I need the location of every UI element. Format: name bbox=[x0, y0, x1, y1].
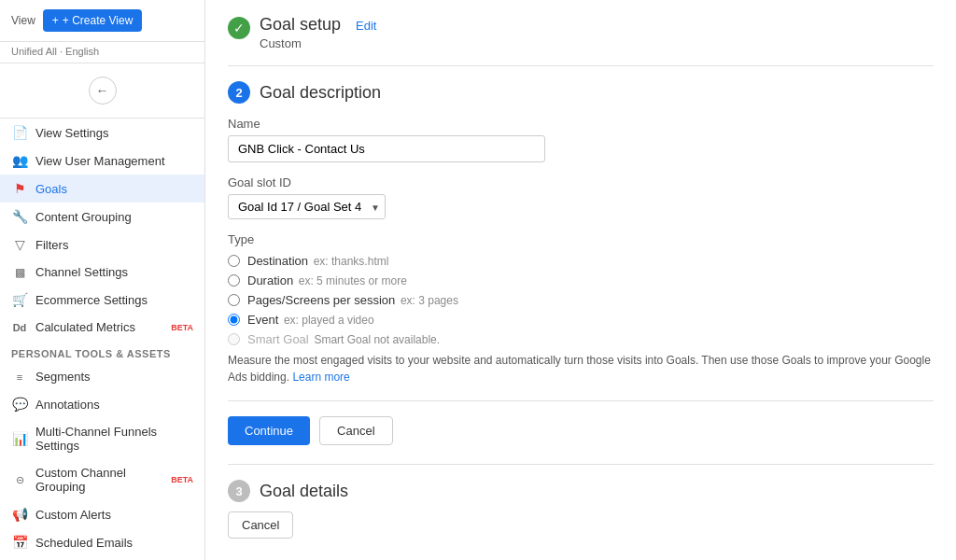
goal-setup-info: Goal setup Edit Custom bbox=[260, 15, 376, 50]
type-smart-goal: Smart Goal Smart Goal not available. bbox=[228, 332, 934, 346]
duration-radio[interactable] bbox=[228, 274, 240, 287]
sidebar-item-segments[interactable]: ≡ Segments bbox=[0, 363, 204, 390]
smart-goal-example: Smart Goal not available. bbox=[314, 333, 440, 346]
nav-items: 📄 View Settings 👥 View User Management ⚑… bbox=[0, 119, 204, 341]
sidebar-item-label: Custom Channel Grouping bbox=[35, 466, 162, 494]
pages-radio[interactable] bbox=[228, 294, 240, 306]
action-buttons: Continue Cancel bbox=[228, 416, 934, 445]
sidebar-item-content-grouping[interactable]: 🔧 Content Grouping bbox=[0, 203, 204, 231]
slot-label: Goal slot ID bbox=[228, 175, 934, 189]
edit-link[interactable]: Edit bbox=[356, 19, 376, 33]
type-field-group: Type Destination ex: thanks.html Duratio… bbox=[228, 232, 934, 385]
unified-label: Unified All · English bbox=[0, 42, 204, 63]
continue-button[interactable]: Continue bbox=[228, 416, 310, 445]
segments-icon: ≡ bbox=[11, 371, 28, 383]
sidebar-item-label: Segments bbox=[35, 370, 193, 384]
users-icon: 👥 bbox=[11, 153, 28, 168]
sidebar-item-label: Annotations bbox=[35, 398, 193, 412]
sidebar-item-label: Filters bbox=[35, 238, 193, 252]
sidebar-item-channel-settings[interactable]: ▩ Channel Settings bbox=[0, 259, 204, 286]
barchart-icon: 📊 bbox=[11, 431, 28, 446]
sidebar-item-label: Scheduled Emails bbox=[35, 536, 193, 550]
slot-field-group: Goal slot ID Goal Id 17 / Goal Set 4 ▼ bbox=[228, 175, 934, 219]
sidebar-item-custom-channel[interactable]: ⊝ Custom Channel Grouping BETA bbox=[0, 459, 204, 500]
step-2-circle: 2 bbox=[228, 81, 250, 104]
goal-setup-title: Goal setup bbox=[260, 15, 341, 35]
sidebar-item-label: Multi-Channel Funnels Settings bbox=[35, 425, 193, 453]
slot-select[interactable]: Goal Id 17 / Goal Set 4 bbox=[228, 194, 386, 219]
type-radio-group: Destination ex: thanks.html Duration ex:… bbox=[228, 254, 934, 346]
name-input[interactable] bbox=[228, 135, 545, 162]
smart-goal-radio[interactable] bbox=[228, 333, 240, 345]
slot-select-wrapper: Goal Id 17 / Goal Set 4 ▼ bbox=[228, 194, 386, 219]
sidebar-item-label: View User Management bbox=[35, 154, 193, 168]
annotations-icon: 💬 bbox=[11, 397, 28, 412]
pages-label: Pages/Screens per session ex: 3 pages bbox=[247, 293, 458, 307]
sidebar-item-calculated-metrics[interactable]: Dd Calculated Metrics BETA bbox=[0, 314, 204, 341]
view-label: View bbox=[11, 14, 35, 27]
goal-description-header: 2 Goal description bbox=[228, 81, 934, 104]
beta-badge: BETA bbox=[171, 323, 193, 332]
wrench-icon: 🔧 bbox=[11, 209, 28, 224]
main-content: ✓ Goal setup Edit Custom 2 Goal descript… bbox=[205, 0, 956, 560]
flag-icon: ⚑ bbox=[11, 181, 28, 196]
sidebar-item-label: Content Grouping bbox=[35, 210, 193, 224]
goal-description-section: 2 Goal description Name Goal slot ID Goa… bbox=[228, 81, 934, 445]
dd-icon: Dd bbox=[11, 322, 28, 333]
sidebar-item-user-management[interactable]: 👥 View User Management bbox=[0, 147, 204, 175]
sidebar-item-ecommerce[interactable]: 🛒 Ecommerce Settings bbox=[0, 286, 204, 314]
goal-description-title: Goal description bbox=[260, 83, 381, 103]
sidebar-item-view-settings[interactable]: 📄 View Settings bbox=[0, 119, 204, 147]
sidebar-item-filters[interactable]: ▽ Filters bbox=[0, 231, 204, 259]
duration-example: ex: 5 minutes or more bbox=[299, 274, 407, 287]
event-text: Event bbox=[247, 313, 278, 327]
document-icon: 📄 bbox=[11, 125, 28, 140]
sidebar-item-custom-alerts[interactable]: 📢 Custom Alerts bbox=[0, 500, 204, 528]
cart-icon: 🛒 bbox=[11, 292, 28, 307]
cancel-button[interactable]: Cancel bbox=[319, 416, 392, 445]
back-button[interactable]: ← bbox=[89, 77, 117, 105]
divider-2 bbox=[228, 400, 934, 401]
duration-label: Duration ex: 5 minutes or more bbox=[247, 273, 407, 287]
event-example: ex: played a video bbox=[284, 314, 374, 327]
check-circle-icon: ✓ bbox=[228, 17, 250, 39]
type-pages: Pages/Screens per session ex: 3 pages bbox=[228, 293, 934, 307]
beta-badge: BETA bbox=[171, 475, 193, 484]
goal-details-title: Goal details bbox=[260, 482, 348, 501]
goal-details-section: 3 Goal details Cancel bbox=[228, 464, 934, 539]
duration-text: Duration bbox=[247, 273, 293, 287]
destination-label: Destination ex: thanks.html bbox=[247, 254, 388, 268]
event-label: Event ex: played a video bbox=[247, 313, 374, 327]
name-label: Name bbox=[228, 117, 934, 131]
goal-details-header: 3 Goal details bbox=[228, 480, 934, 502]
custom-channel-icon: ⊝ bbox=[11, 474, 28, 486]
sidebar-header: View + + Create View bbox=[0, 0, 204, 42]
sidebar-item-label: Ecommerce Settings bbox=[35, 293, 193, 307]
smart-goal-label: Smart Goal Smart Goal not available. bbox=[247, 332, 440, 346]
destination-example: ex: thanks.html bbox=[314, 255, 389, 268]
type-destination: Destination ex: thanks.html bbox=[228, 254, 934, 268]
destination-text: Destination bbox=[247, 254, 308, 268]
sidebar-item-multi-channel[interactable]: 📊 Multi-Channel Funnels Settings bbox=[0, 418, 204, 459]
smart-goal-description: Measure the most engaged visits to your … bbox=[228, 352, 934, 385]
create-view-button[interactable]: + + Create View bbox=[43, 9, 143, 32]
divider-1 bbox=[228, 65, 934, 66]
sidebar-item-scheduled-emails[interactable]: 📅 Scheduled Emails bbox=[0, 528, 204, 556]
grid-icon: ▩ bbox=[11, 266, 28, 279]
sidebar-item-label: Channel Settings bbox=[35, 265, 193, 279]
filter-icon: ▽ bbox=[11, 237, 28, 252]
destination-radio[interactable] bbox=[228, 255, 240, 267]
type-event: Event ex: played a video bbox=[228, 313, 934, 327]
sidebar-item-annotations[interactable]: 💬 Annotations bbox=[0, 390, 204, 418]
sidebar-item-label: View Settings bbox=[35, 126, 193, 140]
goal-details-cancel-button[interactable]: Cancel bbox=[228, 511, 293, 539]
sidebar-item-label: Calculated Metrics bbox=[35, 320, 162, 334]
personal-items: ≡ Segments 💬 Annotations 📊 Multi-Channel… bbox=[0, 363, 204, 556]
sidebar-item-label: Custom Alerts bbox=[35, 508, 193, 522]
event-radio[interactable] bbox=[228, 314, 240, 326]
personal-section-label: PERSONAL TOOLS & ASSETS bbox=[0, 341, 204, 363]
goal-setup-subtitle: Custom bbox=[260, 36, 376, 50]
learn-more-link[interactable]: Learn more bbox=[292, 371, 349, 384]
sidebar-item-goals[interactable]: ⚑ Goals bbox=[0, 175, 204, 203]
sidebar-item-label: Goals bbox=[35, 182, 193, 196]
